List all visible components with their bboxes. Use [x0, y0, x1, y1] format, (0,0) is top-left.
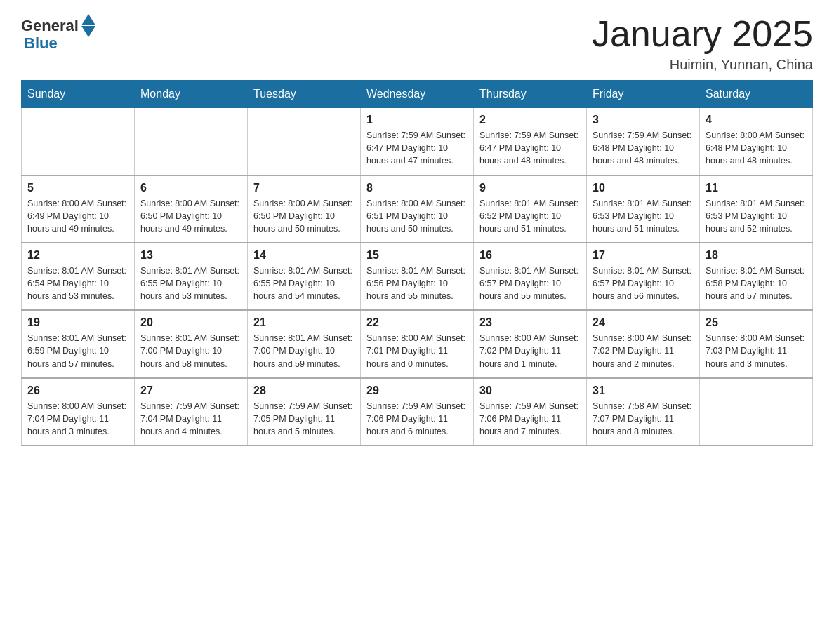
header-cell-tuesday: Tuesday: [248, 81, 361, 108]
day-info: Sunrise: 8:00 AM Sunset: 7:02 PM Dayligh…: [593, 332, 694, 370]
day-number: 19: [27, 316, 128, 329]
calendar-cell: 25Sunrise: 8:00 AM Sunset: 7:03 PM Dayli…: [700, 310, 813, 377]
calendar-subtitle: Huimin, Yunnan, China: [592, 57, 813, 73]
day-number: 16: [479, 249, 581, 262]
day-info: Sunrise: 8:01 AM Sunset: 6:59 PM Dayligh…: [27, 332, 128, 370]
day-number: 24: [593, 316, 694, 329]
calendar-week-0: 1Sunrise: 7:59 AM Sunset: 6:47 PM Daylig…: [22, 108, 813, 175]
day-number: 18: [706, 249, 807, 262]
calendar-header: SundayMondayTuesdayWednesdayThursdayFrid…: [22, 81, 813, 108]
day-info: Sunrise: 8:01 AM Sunset: 7:00 PM Dayligh…: [253, 332, 355, 370]
calendar-cell: 24Sunrise: 8:00 AM Sunset: 7:02 PM Dayli…: [587, 310, 700, 377]
calendar-cell: 19Sunrise: 8:01 AM Sunset: 6:59 PM Dayli…: [22, 310, 135, 377]
day-info: Sunrise: 8:01 AM Sunset: 6:53 PM Dayligh…: [593, 197, 694, 235]
calendar-cell: 4Sunrise: 8:00 AM Sunset: 6:48 PM Daylig…: [700, 108, 813, 175]
calendar-cell: [700, 378, 813, 445]
calendar-cell: 8Sunrise: 8:00 AM Sunset: 6:51 PM Daylig…: [361, 175, 474, 243]
logo: General Blue: [21, 14, 95, 51]
calendar-cell: 16Sunrise: 8:01 AM Sunset: 6:57 PM Dayli…: [474, 243, 587, 310]
day-number: 14: [253, 249, 355, 262]
day-info: Sunrise: 8:01 AM Sunset: 6:52 PM Dayligh…: [479, 197, 581, 235]
header-cell-saturday: Saturday: [700, 81, 813, 108]
day-number: 4: [706, 114, 807, 126]
day-info: Sunrise: 7:59 AM Sunset: 6:47 PM Dayligh…: [366, 129, 468, 167]
day-number: 28: [253, 384, 355, 397]
day-info: Sunrise: 8:00 AM Sunset: 6:50 PM Dayligh…: [140, 197, 241, 235]
calendar-cell: 3Sunrise: 7:59 AM Sunset: 6:48 PM Daylig…: [587, 108, 700, 175]
calendar-cell: 15Sunrise: 8:01 AM Sunset: 6:56 PM Dayli…: [361, 243, 474, 310]
calendar-cell: 13Sunrise: 8:01 AM Sunset: 6:55 PM Dayli…: [135, 243, 248, 310]
day-number: 20: [140, 316, 241, 329]
header-cell-sunday: Sunday: [22, 81, 135, 108]
day-number: 9: [479, 182, 581, 194]
calendar-cell: [135, 108, 248, 175]
day-number: 17: [593, 249, 694, 262]
day-info: Sunrise: 7:59 AM Sunset: 6:47 PM Dayligh…: [479, 129, 581, 167]
day-info: Sunrise: 8:01 AM Sunset: 6:57 PM Dayligh…: [479, 264, 581, 302]
calendar-cell: 1Sunrise: 7:59 AM Sunset: 6:47 PM Daylig…: [361, 108, 474, 175]
day-number: 30: [479, 384, 581, 397]
calendar-week-3: 19Sunrise: 8:01 AM Sunset: 6:59 PM Dayli…: [22, 310, 813, 377]
day-info: Sunrise: 7:59 AM Sunset: 7:05 PM Dayligh…: [253, 400, 355, 438]
day-number: 22: [366, 316, 468, 329]
day-number: 6: [140, 182, 241, 194]
calendar-cell: 10Sunrise: 8:01 AM Sunset: 6:53 PM Dayli…: [587, 175, 700, 243]
calendar-cell: 9Sunrise: 8:01 AM Sunset: 6:52 PM Daylig…: [474, 175, 587, 243]
logo-text-blue: Blue: [21, 36, 95, 51]
day-info: Sunrise: 7:59 AM Sunset: 7:06 PM Dayligh…: [479, 400, 581, 438]
calendar-cell: 17Sunrise: 8:01 AM Sunset: 6:57 PM Dayli…: [587, 243, 700, 310]
day-number: 1: [366, 114, 468, 126]
day-info: Sunrise: 7:59 AM Sunset: 7:06 PM Dayligh…: [366, 400, 468, 438]
day-info: Sunrise: 8:01 AM Sunset: 7:00 PM Dayligh…: [140, 332, 241, 370]
calendar-cell: 29Sunrise: 7:59 AM Sunset: 7:06 PM Dayli…: [361, 378, 474, 445]
day-info: Sunrise: 8:00 AM Sunset: 6:50 PM Dayligh…: [253, 197, 355, 235]
calendar-cell: 20Sunrise: 8:01 AM Sunset: 7:00 PM Dayli…: [135, 310, 248, 377]
day-number: 12: [27, 249, 128, 262]
day-number: 27: [140, 384, 241, 397]
day-number: 13: [140, 249, 241, 262]
calendar-cell: 7Sunrise: 8:00 AM Sunset: 6:50 PM Daylig…: [248, 175, 361, 243]
page-header: General Blue January 2025 Huimin, Yunnan…: [21, 14, 813, 73]
day-number: 23: [479, 316, 581, 329]
day-info: Sunrise: 8:01 AM Sunset: 6:56 PM Dayligh…: [366, 264, 468, 302]
header-cell-friday: Friday: [587, 81, 700, 108]
day-info: Sunrise: 8:00 AM Sunset: 7:03 PM Dayligh…: [706, 332, 807, 370]
day-info: Sunrise: 8:01 AM Sunset: 6:54 PM Dayligh…: [27, 264, 128, 302]
calendar-week-2: 12Sunrise: 8:01 AM Sunset: 6:54 PM Dayli…: [22, 243, 813, 310]
calendar-cell: 12Sunrise: 8:01 AM Sunset: 6:54 PM Dayli…: [22, 243, 135, 310]
day-number: 25: [706, 316, 807, 329]
calendar-week-4: 26Sunrise: 8:00 AM Sunset: 7:04 PM Dayli…: [22, 378, 813, 445]
day-info: Sunrise: 7:59 AM Sunset: 6:48 PM Dayligh…: [593, 129, 694, 167]
day-info: Sunrise: 8:01 AM Sunset: 6:57 PM Dayligh…: [593, 264, 694, 302]
calendar-cell: 27Sunrise: 7:59 AM Sunset: 7:04 PM Dayli…: [135, 378, 248, 445]
calendar-cell: 14Sunrise: 8:01 AM Sunset: 6:55 PM Dayli…: [248, 243, 361, 310]
day-info: Sunrise: 8:00 AM Sunset: 6:48 PM Dayligh…: [706, 129, 807, 167]
calendar-cell: 26Sunrise: 8:00 AM Sunset: 7:04 PM Dayli…: [22, 378, 135, 445]
calendar-cell: 30Sunrise: 7:59 AM Sunset: 7:06 PM Dayli…: [474, 378, 587, 445]
header-row: SundayMondayTuesdayWednesdayThursdayFrid…: [22, 81, 813, 108]
calendar-cell: 6Sunrise: 8:00 AM Sunset: 6:50 PM Daylig…: [135, 175, 248, 243]
day-info: Sunrise: 8:01 AM Sunset: 6:55 PM Dayligh…: [140, 264, 241, 302]
calendar-cell: 23Sunrise: 8:00 AM Sunset: 7:02 PM Dayli…: [474, 310, 587, 377]
title-block: January 2025 Huimin, Yunnan, China: [592, 14, 813, 73]
calendar-week-1: 5Sunrise: 8:00 AM Sunset: 6:49 PM Daylig…: [22, 175, 813, 243]
day-number: 7: [253, 182, 355, 194]
calendar-table: SundayMondayTuesdayWednesdayThursdayFrid…: [21, 80, 813, 446]
day-number: 21: [253, 316, 355, 329]
day-number: 5: [27, 182, 128, 194]
calendar-cell: 21Sunrise: 8:01 AM Sunset: 7:00 PM Dayli…: [248, 310, 361, 377]
day-number: 8: [366, 182, 468, 194]
calendar-cell: 11Sunrise: 8:01 AM Sunset: 6:53 PM Dayli…: [700, 175, 813, 243]
calendar-cell: 2Sunrise: 7:59 AM Sunset: 6:47 PM Daylig…: [474, 108, 587, 175]
day-number: 10: [593, 182, 694, 194]
day-info: Sunrise: 8:01 AM Sunset: 6:53 PM Dayligh…: [706, 197, 807, 235]
day-info: Sunrise: 8:00 AM Sunset: 7:04 PM Dayligh…: [27, 400, 128, 438]
day-number: 15: [366, 249, 468, 262]
day-number: 11: [706, 182, 807, 194]
day-info: Sunrise: 8:01 AM Sunset: 6:58 PM Dayligh…: [706, 264, 807, 302]
day-number: 31: [593, 384, 694, 397]
calendar-cell: 18Sunrise: 8:01 AM Sunset: 6:58 PM Dayli…: [700, 243, 813, 310]
header-cell-thursday: Thursday: [474, 81, 587, 108]
day-info: Sunrise: 7:59 AM Sunset: 7:04 PM Dayligh…: [140, 400, 241, 438]
calendar-cell: 31Sunrise: 7:58 AM Sunset: 7:07 PM Dayli…: [587, 378, 700, 445]
